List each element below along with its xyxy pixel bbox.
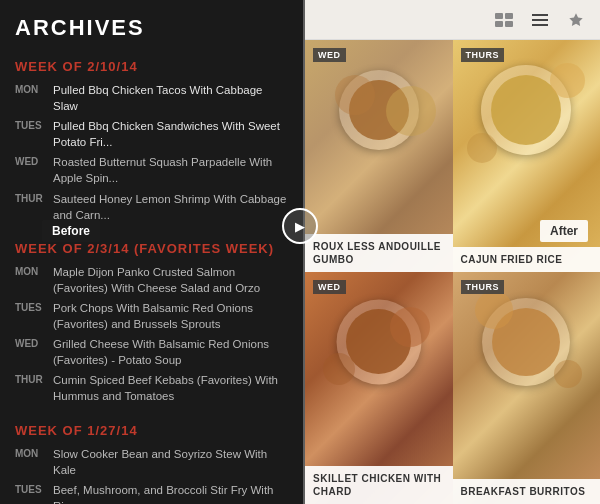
- week-title-2: WEEK OF 2/3/14 (FAVORITES WEEK): [15, 241, 290, 256]
- week-section-3: WEEK OF 1/27/14 MON Slow Cooker Bean and…: [15, 423, 290, 505]
- meal-name: Slow Cooker Bean and Soyrizo Stew With K…: [53, 446, 290, 478]
- day-label: THUR: [15, 191, 53, 223]
- week-section-2: WEEK OF 2/3/14 (FAVORITES WEEK) MON Mapl…: [15, 241, 290, 405]
- svg-rect-3: [505, 21, 513, 27]
- meal-row[interactable]: THUR Cumin Spiced Beef Kebabs (Favorites…: [15, 372, 290, 404]
- meal-name: Pork Chops With Balsamic Red Onions (Fav…: [53, 300, 290, 332]
- day-label: WED: [15, 154, 53, 186]
- svg-rect-4: [532, 14, 548, 16]
- meal-name: Roasted Butternut Squash Parpadelle With…: [53, 154, 290, 186]
- meal-name: Pulled Bbq Chicken Sandwiches With Sweet…: [53, 118, 290, 150]
- food-card-burritos[interactable]: THURS BREAKFAST BURRITOS: [453, 272, 601, 504]
- page-title: ARCHIVES: [15, 15, 290, 41]
- food-gallery-panel: WED ROUX LESS ANDOUILLE GUMBO THURS CAJU…: [305, 0, 600, 504]
- favorites-star-icon[interactable]: [562, 6, 590, 34]
- svg-rect-0: [495, 13, 503, 19]
- day-label: MON: [15, 82, 53, 114]
- meal-name: Sauteed Honey Lemon Shrimp With Cabbage …: [53, 191, 290, 223]
- meal-row[interactable]: TUES Beef, Mushroom, and Broccoli Stir F…: [15, 482, 290, 504]
- day-label: MON: [15, 446, 53, 478]
- food-card-label: SKILLET CHICKEN WITH CHARD: [305, 466, 453, 504]
- day-label: WED: [15, 336, 53, 368]
- svg-rect-5: [532, 19, 548, 21]
- meal-row[interactable]: MON Slow Cooker Bean and Soyrizo Stew Wi…: [15, 446, 290, 478]
- svg-rect-6: [532, 24, 548, 26]
- day-badge: THURS: [461, 48, 505, 62]
- meal-name: Maple Dijon Panko Crusted Salmon (Favori…: [53, 264, 290, 296]
- meal-row[interactable]: MON Pulled Bbq Chicken Tacos With Cabbag…: [15, 82, 290, 114]
- week-section-1: WEEK OF 2/10/14 MON Pulled Bbq Chicken T…: [15, 59, 290, 223]
- day-badge: WED: [313, 280, 346, 294]
- meal-row[interactable]: WED Roasted Butternut Squash Parpadelle …: [15, 154, 290, 186]
- meal-name: Pulled Bbq Chicken Tacos With Cabbage Sl…: [53, 82, 290, 114]
- svg-rect-2: [495, 21, 503, 27]
- svg-marker-7: [569, 13, 582, 26]
- before-after-scrubber[interactable]: ▶: [282, 208, 318, 244]
- meal-name: Cumin Spiced Beef Kebabs (Favorites) Wit…: [53, 372, 290, 404]
- food-card-cajun[interactable]: THURS CAJUN FRIED RICE: [453, 40, 601, 272]
- image-view-icon[interactable]: [490, 6, 518, 34]
- gallery-toolbar: [305, 0, 600, 40]
- day-badge: WED: [313, 48, 346, 62]
- day-label: TUES: [15, 118, 53, 150]
- svg-rect-1: [505, 13, 513, 19]
- food-card-chicken[interactable]: WED SKILLET CHICKEN WITH CHARD: [305, 272, 453, 504]
- day-label: TUES: [15, 300, 53, 332]
- day-label: THUR: [15, 372, 53, 404]
- week-title-1: WEEK OF 2/10/14: [15, 59, 290, 74]
- food-card-label: ROUX LESS ANDOUILLE GUMBO: [305, 234, 453, 272]
- food-card-gumbo[interactable]: WED ROUX LESS ANDOUILLE GUMBO: [305, 40, 453, 272]
- meal-row[interactable]: MON Maple Dijon Panko Crusted Salmon (Fa…: [15, 264, 290, 296]
- meal-name: Beef, Mushroom, and Broccoli Stir Fry Wi…: [53, 482, 290, 504]
- meal-row[interactable]: THUR Sauteed Honey Lemon Shrimp With Cab…: [15, 191, 290, 223]
- meal-name: Grilled Cheese With Balsamic Red Onions …: [53, 336, 290, 368]
- day-label: TUES: [15, 482, 53, 504]
- food-card-label: BREAKFAST BURRITOS: [453, 479, 601, 504]
- list-view-icon[interactable]: [526, 6, 554, 34]
- food-card-label: CAJUN FRIED RICE: [453, 247, 601, 272]
- meal-row[interactable]: WED Grilled Cheese With Balsamic Red Oni…: [15, 336, 290, 368]
- meal-row[interactable]: TUES Pork Chops With Balsamic Red Onions…: [15, 300, 290, 332]
- archives-panel: ARCHIVES WEEK OF 2/10/14 MON Pulled Bbq …: [0, 0, 305, 504]
- day-badge: THURS: [461, 280, 505, 294]
- week-title-3: WEEK OF 1/27/14: [15, 423, 290, 438]
- food-cards-grid: WED ROUX LESS ANDOUILLE GUMBO THURS CAJU…: [305, 40, 600, 504]
- day-label: MON: [15, 264, 53, 296]
- meal-row[interactable]: TUES Pulled Bbq Chicken Sandwiches With …: [15, 118, 290, 150]
